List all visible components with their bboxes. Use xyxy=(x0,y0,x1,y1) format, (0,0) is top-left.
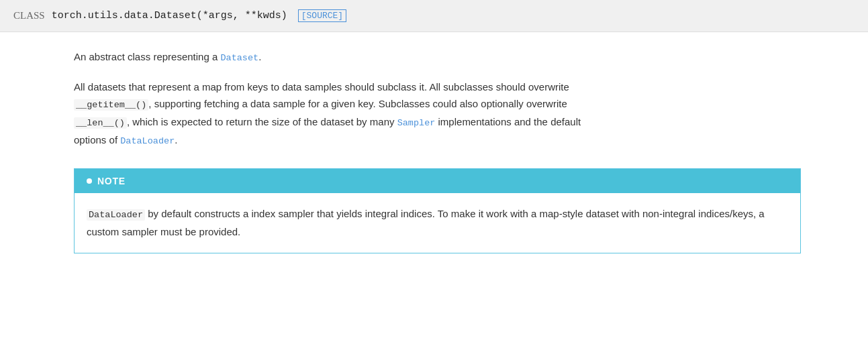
len-code: __len__() xyxy=(74,117,127,129)
para2-line3-suffix: implementations and the default xyxy=(438,116,581,127)
para2-line2-middle: , supporting fetching a data sample for … xyxy=(148,98,567,109)
dataloader-link[interactable]: DataLoader xyxy=(120,136,175,146)
para1-suffix: . xyxy=(258,51,261,62)
para2-line3-prefix: , which is expected to return the size o… xyxy=(127,116,397,127)
description-para-1: An abstract class representing a Dataset… xyxy=(74,48,801,66)
class-params: (*args, **kwds) xyxy=(197,10,287,21)
sampler-link[interactable]: Sampler xyxy=(397,118,436,128)
para2-line4-suffix: . xyxy=(175,134,177,146)
note-header: NOTE xyxy=(75,169,800,193)
main-content: An abstract class representing a Dataset… xyxy=(0,32,868,270)
para2-line1: All datasets that represent a map from k… xyxy=(74,81,569,93)
para2-line4-prefix: options of xyxy=(74,134,120,146)
note-body-text: by default constructs a index sampler th… xyxy=(87,208,765,237)
note-body: DataLoader by default constructs a index… xyxy=(75,193,800,252)
class-header: CLASS torch.utils.data.Dataset(*args, **… xyxy=(0,0,868,32)
para1-prefix: An abstract class representing a xyxy=(74,51,220,62)
class-name: torch.utils.data.Dataset xyxy=(52,10,197,21)
dataset-link[interactable]: Dataset xyxy=(220,53,258,63)
note-box: NOTE DataLoader by default constructs a … xyxy=(74,168,801,253)
note-title: NOTE xyxy=(97,176,126,186)
description-para-2: All datasets that represent a map from k… xyxy=(74,78,801,150)
getitem-code: __getitem__() xyxy=(74,99,148,111)
note-dataloader-code: DataLoader xyxy=(87,209,145,221)
class-keyword: CLASS xyxy=(13,10,45,21)
source-link[interactable]: [SOURCE] xyxy=(298,9,346,22)
class-signature: torch.utils.data.Dataset(*args, **kwds) xyxy=(52,10,287,21)
note-bullet-icon xyxy=(87,178,92,184)
